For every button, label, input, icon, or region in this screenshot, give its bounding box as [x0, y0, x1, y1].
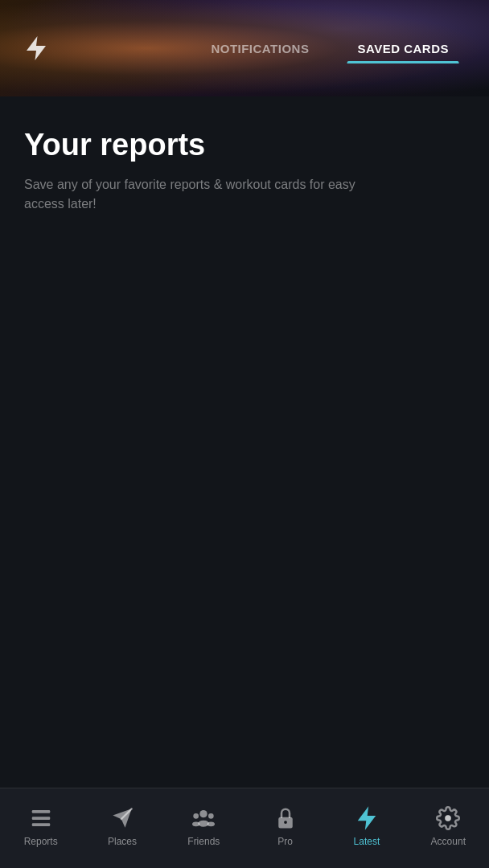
svg-point-10: [192, 821, 199, 826]
svg-rect-1: [31, 810, 50, 813]
tab-notifications[interactable]: NOTIFICATIONS: [187, 34, 333, 63]
header: NOTIFICATIONS SAVED CARDS: [0, 0, 489, 96]
nav-label-friends: Friends: [187, 836, 220, 847]
svg-point-13: [284, 821, 287, 824]
svg-rect-3: [31, 823, 50, 826]
nav-item-reports[interactable]: Reports: [9, 805, 73, 847]
svg-point-6: [200, 810, 208, 817]
lock-icon: [273, 805, 298, 831]
stack-icon: [28, 805, 54, 831]
svg-point-7: [194, 813, 199, 819]
friends-icon: [191, 805, 216, 831]
svg-point-8: [208, 813, 214, 819]
gear-icon: [435, 805, 461, 831]
nav-item-pro[interactable]: Pro: [253, 805, 318, 847]
page-subtitle: Save any of your favorite reports & work…: [24, 175, 362, 214]
nav-label-pro: Pro: [277, 836, 293, 847]
app-logo: [16, 28, 56, 68]
main-content: Your reports Save any of your favorite r…: [0, 96, 489, 788]
nav-label-reports: Reports: [24, 836, 58, 847]
nav-item-friends[interactable]: Friends: [171, 805, 236, 847]
svg-marker-0: [27, 36, 46, 60]
nav-item-account[interactable]: Account: [416, 805, 480, 847]
svg-marker-5: [113, 809, 131, 827]
tab-saved-cards[interactable]: SAVED CARDS: [333, 34, 473, 63]
svg-marker-14: [359, 809, 375, 829]
bolt-nav-icon: [354, 805, 380, 831]
svg-rect-2: [31, 817, 50, 820]
nav-label-latest: Latest: [354, 836, 380, 847]
nav-label-account: Account: [431, 836, 466, 847]
svg-point-11: [208, 821, 215, 826]
bolt-logo-icon: [22, 34, 51, 63]
nav-label-places: Places: [108, 836, 137, 847]
location-icon: [109, 805, 135, 831]
nav-item-places[interactable]: Places: [90, 805, 154, 847]
bottom-navigation: Reports Places Friends: [0, 788, 489, 868]
svg-point-9: [199, 821, 209, 827]
page-title: Your reports: [24, 129, 465, 162]
header-tabs: NOTIFICATIONS SAVED CARDS: [56, 34, 473, 63]
nav-item-latest[interactable]: Latest: [335, 805, 399, 847]
